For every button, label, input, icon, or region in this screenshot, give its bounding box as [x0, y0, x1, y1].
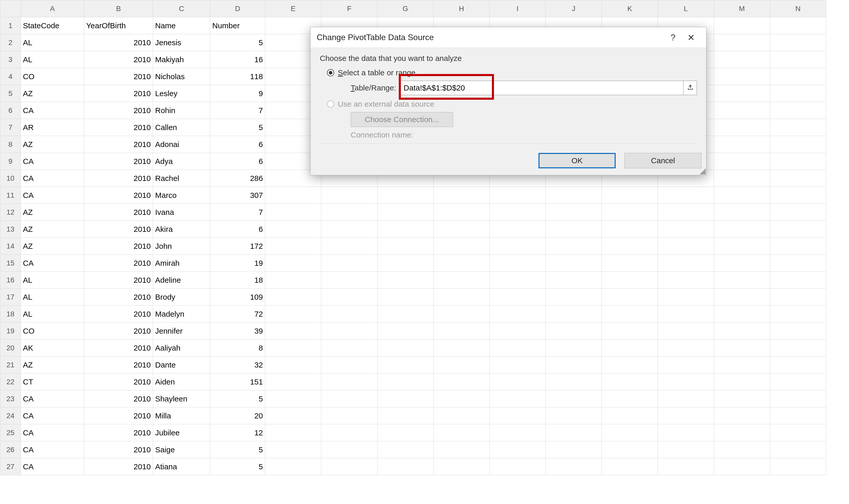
- cell-N9[interactable]: [770, 153, 826, 170]
- cell-I14[interactable]: [490, 238, 546, 255]
- cell-C20[interactable]: Aaliyah: [153, 340, 210, 357]
- cell-E15[interactable]: [265, 255, 321, 272]
- cell-C23[interactable]: Shayleen: [153, 391, 210, 407]
- cell-N8[interactable]: [770, 136, 826, 153]
- cell-D21[interactable]: 32: [210, 357, 265, 374]
- cell-A19[interactable]: CO: [21, 323, 84, 340]
- cell-B24[interactable]: 2010: [84, 407, 153, 424]
- cell-K14[interactable]: [602, 238, 658, 255]
- cell-F25[interactable]: [321, 424, 377, 441]
- cell-L11[interactable]: [658, 187, 714, 204]
- cell-G13[interactable]: [377, 221, 433, 238]
- row-header[interactable]: 5: [0, 85, 21, 102]
- cell-A4[interactable]: CO: [21, 68, 84, 85]
- cell-I20[interactable]: [490, 340, 546, 357]
- cell-B5[interactable]: 2010: [84, 85, 153, 102]
- cell-N25[interactable]: [770, 424, 826, 441]
- cell-C3[interactable]: Makiyah: [153, 51, 210, 68]
- cell-J19[interactable]: [546, 323, 602, 340]
- row-header[interactable]: 24: [0, 407, 21, 424]
- row-header[interactable]: 15: [0, 255, 21, 272]
- cell-N17[interactable]: [770, 289, 826, 306]
- cell-E16[interactable]: [265, 272, 321, 289]
- cell-I19[interactable]: [490, 323, 546, 340]
- cell-E17[interactable]: [265, 289, 321, 306]
- cell-M16[interactable]: [714, 272, 770, 289]
- cell-K25[interactable]: [602, 424, 658, 441]
- cell-D1[interactable]: Number: [210, 17, 265, 34]
- cell-A16[interactable]: AL: [21, 272, 84, 289]
- cell-B18[interactable]: 2010: [84, 306, 153, 323]
- cell-H20[interactable]: [433, 340, 490, 357]
- cell-N12[interactable]: [770, 204, 826, 221]
- cell-F20[interactable]: [321, 340, 377, 357]
- cell-A2[interactable]: AL: [21, 34, 84, 51]
- cell-J22[interactable]: [546, 374, 602, 391]
- cell-I12[interactable]: [490, 204, 546, 221]
- cell-C24[interactable]: Milla: [153, 407, 210, 424]
- cell-L18[interactable]: [658, 306, 714, 323]
- row-header[interactable]: 3: [0, 51, 21, 68]
- cell-F26[interactable]: [321, 441, 377, 458]
- cell-H24[interactable]: [433, 407, 490, 424]
- cell-D19[interactable]: 39: [210, 323, 265, 340]
- cell-I11[interactable]: [490, 187, 546, 204]
- cell-C12[interactable]: Ivana: [153, 204, 210, 221]
- cell-K20[interactable]: [602, 340, 658, 357]
- cell-K26[interactable]: [602, 441, 658, 458]
- cell-C17[interactable]: Brody: [153, 289, 210, 306]
- cell-L20[interactable]: [658, 340, 714, 357]
- cell-A23[interactable]: CA: [21, 391, 84, 407]
- cell-A22[interactable]: CT: [21, 374, 84, 391]
- cell-G27[interactable]: [377, 458, 433, 475]
- cell-A26[interactable]: CA: [21, 441, 84, 458]
- row-header[interactable]: 18: [0, 306, 21, 323]
- cell-H12[interactable]: [433, 204, 490, 221]
- col-header-B[interactable]: B: [84, 0, 153, 17]
- cell-M23[interactable]: [714, 391, 770, 407]
- cell-C26[interactable]: Saige: [153, 441, 210, 458]
- table-range-input[interactable]: [400, 81, 683, 95]
- cell-D2[interactable]: 5: [210, 34, 265, 51]
- cell-D18[interactable]: 72: [210, 306, 265, 323]
- cell-C10[interactable]: Rachel: [153, 170, 210, 187]
- row-header[interactable]: 22: [0, 374, 21, 391]
- cell-M21[interactable]: [714, 357, 770, 374]
- cell-L25[interactable]: [658, 424, 714, 441]
- cell-E27[interactable]: [265, 458, 321, 475]
- cell-M20[interactable]: [714, 340, 770, 357]
- cell-H14[interactable]: [433, 238, 490, 255]
- cell-N13[interactable]: [770, 221, 826, 238]
- cell-C1[interactable]: Name: [153, 17, 210, 34]
- cell-K11[interactable]: [602, 187, 658, 204]
- cell-I18[interactable]: [490, 306, 546, 323]
- col-header-D[interactable]: D: [210, 0, 265, 17]
- cell-B27[interactable]: 2010: [84, 458, 153, 475]
- cell-J20[interactable]: [546, 340, 602, 357]
- cell-D4[interactable]: 118: [210, 68, 265, 85]
- cell-A11[interactable]: CA: [21, 187, 84, 204]
- cell-K24[interactable]: [602, 407, 658, 424]
- cell-G14[interactable]: [377, 238, 433, 255]
- cell-J18[interactable]: [546, 306, 602, 323]
- cell-A9[interactable]: CA: [21, 153, 84, 170]
- cell-G21[interactable]: [377, 357, 433, 374]
- cell-E13[interactable]: [265, 221, 321, 238]
- cell-C15[interactable]: Amirah: [153, 255, 210, 272]
- cell-F18[interactable]: [321, 306, 377, 323]
- cell-E11[interactable]: [265, 187, 321, 204]
- cell-N18[interactable]: [770, 306, 826, 323]
- cell-B8[interactable]: 2010: [84, 136, 153, 153]
- cell-I16[interactable]: [490, 272, 546, 289]
- cell-N11[interactable]: [770, 187, 826, 204]
- cell-K18[interactable]: [602, 306, 658, 323]
- cell-E14[interactable]: [265, 238, 321, 255]
- cell-M2[interactable]: [714, 34, 770, 51]
- cell-N22[interactable]: [770, 374, 826, 391]
- cell-N4[interactable]: [770, 68, 826, 85]
- select-all-corner[interactable]: [0, 0, 21, 17]
- col-header-L[interactable]: L: [658, 0, 714, 17]
- row-header[interactable]: 1: [0, 17, 21, 34]
- cell-K16[interactable]: [602, 272, 658, 289]
- cell-M18[interactable]: [714, 306, 770, 323]
